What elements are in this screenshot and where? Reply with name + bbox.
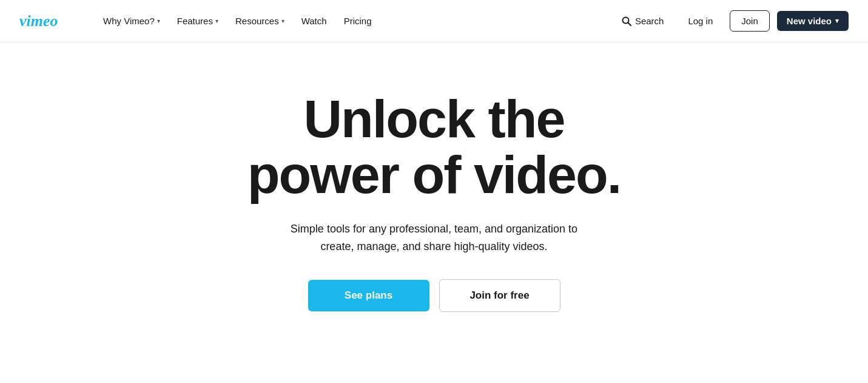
hero-subtitle: Simple tools for any professional, team,… — [277, 220, 592, 256]
chevron-down-icon: ▾ — [215, 18, 218, 24]
chevron-down-icon: ▾ — [835, 17, 839, 25]
nav-item-features[interactable]: Features ▾ — [170, 11, 226, 31]
search-icon — [622, 16, 631, 26]
nav-item-resources[interactable]: Resources ▾ — [228, 11, 292, 31]
hero-title: Unlock the power of video. — [247, 91, 621, 203]
see-plans-button[interactable]: See plans — [308, 280, 429, 311]
join-free-button[interactable]: Join for free — [439, 279, 560, 312]
chevron-down-icon: ▾ — [281, 18, 284, 24]
nav-links: Why Vimeo? ▾ Features ▾ Resources ▾ Watc… — [96, 11, 614, 31]
vimeo-logo-svg: vimeo — [19, 13, 74, 30]
chevron-down-icon: ▾ — [157, 18, 160, 24]
login-button[interactable]: Log in — [678, 11, 722, 31]
nav-item-why-vimeo[interactable]: Why Vimeo? ▾ — [96, 11, 167, 31]
nav-item-watch[interactable]: Watch — [294, 11, 334, 31]
svg-text:vimeo: vimeo — [19, 13, 58, 30]
join-button[interactable]: Join — [730, 10, 770, 32]
new-video-button[interactable]: New video ▾ — [777, 11, 849, 31]
nav-right: Search Log in Join New video ▾ — [614, 10, 849, 32]
navbar: vimeo Why Vimeo? ▾ Features ▾ Resources … — [0, 0, 868, 42]
logo[interactable]: vimeo — [19, 13, 74, 30]
search-button[interactable]: Search — [614, 11, 671, 31]
nav-item-pricing[interactable]: Pricing — [337, 11, 379, 31]
hero-section: Unlock the power of video. Simple tools … — [0, 42, 868, 348]
hero-cta-group: See plans Join for free — [308, 279, 560, 312]
svg-line-2 — [628, 22, 631, 25]
